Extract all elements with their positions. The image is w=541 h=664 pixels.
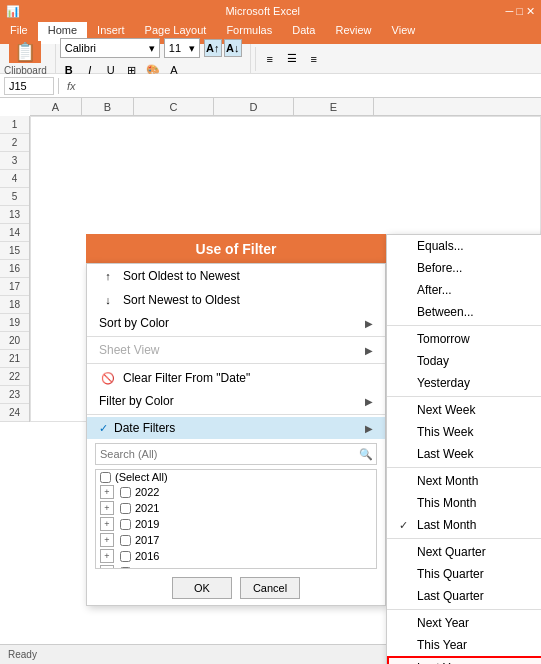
checkbox-select-all[interactable] — [100, 472, 111, 483]
sort-color-arrow-icon: ▶ — [365, 318, 373, 329]
checkbox-2021[interactable] — [120, 503, 131, 514]
date-menu-yesterday[interactable]: Yesterday — [387, 372, 541, 394]
checkbox-2019[interactable] — [120, 519, 131, 530]
last-month-check-icon: ✓ — [399, 519, 413, 532]
date-menu-after-label: After... — [417, 283, 452, 297]
date-menu-tomorrow-label: Tomorrow — [417, 332, 470, 346]
expand-2019-icon[interactable]: + — [100, 517, 114, 531]
separator-3 — [87, 414, 385, 415]
check-item-2015[interactable]: + 2015 — [96, 564, 376, 569]
date-filter-check-icon: ✓ — [99, 422, 108, 435]
checkbox-2016[interactable] — [120, 551, 131, 562]
font-grow-btn[interactable]: A↑ — [204, 39, 222, 57]
menu-date-filters[interactable]: ✓ Date Filters ▶ — [87, 417, 385, 439]
row-num-1: 1 — [0, 116, 29, 134]
date-menu-next-year-label: Next Year — [417, 616, 469, 630]
cell-reference[interactable]: J15 — [4, 77, 54, 95]
font-size-select[interactable]: 11 ▾ — [164, 38, 200, 58]
date-menu-before[interactable]: Before... — [387, 257, 541, 279]
check-item-select-all[interactable]: (Select All) — [96, 470, 376, 484]
checkbox-2015[interactable] — [120, 567, 131, 570]
check-item-2022[interactable]: + 2022 — [96, 484, 376, 500]
row-num-24: 24 — [0, 404, 29, 422]
expand-2021-icon[interactable]: + — [100, 501, 114, 515]
date-menu-next-year[interactable]: Next Year — [387, 612, 541, 634]
sheet-view-arrow-icon: ▶ — [365, 345, 373, 356]
date-menu-this-month-label: This Month — [417, 496, 476, 510]
checkbox-2017[interactable] — [120, 535, 131, 546]
date-menu-last-year[interactable]: Last Year — [387, 656, 541, 664]
menu-filter-color[interactable]: Filter by Color ▶ — [87, 390, 385, 412]
date-menu-last-month[interactable]: ✓ Last Month — [387, 514, 541, 536]
menu-sort-color-label: Sort by Color — [99, 316, 169, 330]
date-menu-this-week-label: This Week — [417, 425, 473, 439]
date-menu-this-month[interactable]: This Month — [387, 492, 541, 514]
date-sep-1 — [387, 325, 541, 326]
expand-2017-icon[interactable]: + — [100, 533, 114, 547]
paste-icon[interactable]: 📋 — [9, 41, 41, 63]
menu-sort-newest[interactable]: ↓ Sort Newest to Oldest — [87, 288, 385, 312]
tab-data[interactable]: Data — [282, 22, 325, 44]
check-item-2022-label: 2022 — [135, 486, 159, 498]
ready-label: Ready — [8, 649, 37, 660]
date-menu-today[interactable]: Today — [387, 350, 541, 372]
date-filters-submenu: Equals... Before... After... Between... … — [386, 234, 541, 664]
check-item-2021[interactable]: + 2021 — [96, 500, 376, 516]
expand-2022-icon[interactable]: + — [100, 485, 114, 499]
cancel-button[interactable]: Cancel — [240, 577, 300, 599]
align-center-btn[interactable]: ☰ — [282, 49, 302, 69]
menu-sort-color[interactable]: Sort by Color ▶ — [87, 312, 385, 334]
row-numbers: 1 2 3 4 5 13 14 15 16 17 18 19 20 21 22 … — [0, 116, 30, 422]
row-num-2: 2 — [0, 134, 29, 152]
date-menu-next-week[interactable]: Next Week — [387, 399, 541, 421]
row-num-15: 15 — [0, 242, 29, 260]
font-grow-shrink: A↑ A↓ — [204, 39, 242, 57]
expand-2016-icon[interactable]: + — [100, 549, 114, 563]
tab-view[interactable]: View — [382, 22, 426, 44]
row-num-19: 19 — [0, 314, 29, 332]
align-right-btn[interactable]: ≡ — [304, 49, 324, 69]
col-header-e: E — [294, 98, 374, 115]
date-menu-last-month-label: Last Month — [417, 518, 476, 532]
check-item-2016[interactable]: + 2016 — [96, 548, 376, 564]
date-menu-last-week[interactable]: Last Week — [387, 443, 541, 465]
check-item-2015-label: 2015 — [135, 566, 159, 569]
sort-asc-icon: ↑ — [99, 268, 117, 284]
date-menu-equals[interactable]: Equals... — [387, 235, 541, 257]
date-menu-between[interactable]: Between... — [387, 301, 541, 323]
check-item-2019-label: 2019 — [135, 518, 159, 530]
date-menu-next-quarter-label: Next Quarter — [417, 545, 486, 559]
check-item-2016-label: 2016 — [135, 550, 159, 562]
expand-2015-icon[interactable]: + — [100, 565, 114, 569]
check-item-2019[interactable]: + 2019 — [96, 516, 376, 532]
align-left-btn[interactable]: ≡ — [260, 49, 280, 69]
context-menu: ↑ Sort Oldest to Newest ↓ Sort Newest to… — [86, 263, 386, 606]
row-num-17: 17 — [0, 278, 29, 296]
menu-clear-filter[interactable]: 🚫 Clear Filter From "Date" — [87, 366, 385, 390]
date-menu-last-quarter[interactable]: Last Quarter — [387, 585, 541, 607]
date-menu-next-month-label: Next Month — [417, 474, 478, 488]
search-input[interactable] — [96, 448, 356, 460]
checkbox-2022[interactable] — [120, 487, 131, 498]
search-box-container[interactable]: 🔍 — [95, 443, 377, 465]
date-menu-this-year[interactable]: This Year — [387, 634, 541, 656]
tab-review[interactable]: Review — [325, 22, 381, 44]
date-menu-next-month[interactable]: Next Month — [387, 470, 541, 492]
font-shrink-btn[interactable]: A↓ — [224, 39, 242, 57]
date-menu-next-quarter[interactable]: Next Quarter — [387, 541, 541, 563]
date-menu-this-week[interactable]: This Week — [387, 421, 541, 443]
date-menu-this-year-label: This Year — [417, 638, 467, 652]
ok-button[interactable]: OK — [172, 577, 232, 599]
date-menu-after[interactable]: After... — [387, 279, 541, 301]
toolbar: 📋 Clipboard Calibri ▾ 11 ▾ A↑ A↓ B — [0, 44, 541, 74]
search-icon[interactable]: 🔍 — [356, 444, 376, 464]
checklist[interactable]: (Select All) + 2022 + 2021 + 2019 — [95, 469, 377, 569]
row-num-22: 22 — [0, 368, 29, 386]
row-num-18: 18 — [0, 296, 29, 314]
date-menu-tomorrow[interactable]: Tomorrow — [387, 328, 541, 350]
date-menu-this-quarter[interactable]: This Quarter — [387, 563, 541, 585]
check-item-2017[interactable]: + 2017 — [96, 532, 376, 548]
menu-sort-oldest[interactable]: ↑ Sort Oldest to Newest — [87, 264, 385, 288]
font-name-select[interactable]: Calibri ▾ — [60, 38, 160, 58]
row-num-14: 14 — [0, 224, 29, 242]
